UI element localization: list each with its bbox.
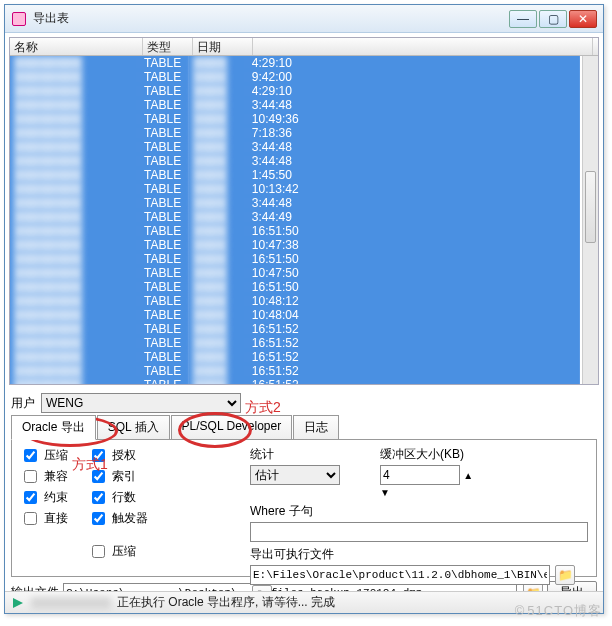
exe-label: 导出可执行文件 bbox=[250, 546, 334, 563]
chk-index[interactable]: 索引 bbox=[88, 467, 148, 486]
table-row[interactable]: ████████TABLE████3:44:48 bbox=[10, 98, 580, 112]
table-row[interactable]: ████████TABLE████1:45:50 bbox=[10, 168, 580, 182]
row-date-cell: ████ bbox=[189, 308, 248, 322]
row-time-cell: 4:29:10 bbox=[248, 56, 580, 70]
chk-constraint[interactable]: 约束 bbox=[20, 488, 68, 507]
chk-direct[interactable]: 直接 bbox=[20, 509, 68, 528]
row-time-cell: 10:47:50 bbox=[248, 266, 580, 280]
tab-log[interactable]: 日志 bbox=[293, 415, 339, 440]
maximize-button[interactable]: ▢ bbox=[539, 10, 567, 28]
row-name-cell: ████████ bbox=[10, 322, 140, 336]
col-date-header[interactable]: 日期 bbox=[193, 38, 253, 55]
table-row[interactable]: ████████TABLE████3:44:49 bbox=[10, 210, 580, 224]
row-name-cell: ████████ bbox=[10, 70, 140, 84]
row-name-cell: ████████ bbox=[10, 224, 140, 238]
row-type-cell: TABLE bbox=[140, 140, 189, 154]
table-row[interactable]: ████████TABLE████4:29:10 bbox=[10, 84, 580, 98]
row-type-cell: TABLE bbox=[140, 266, 189, 280]
user-select[interactable]: WENG bbox=[41, 393, 241, 413]
row-type-cell: TABLE bbox=[140, 322, 189, 336]
row-time-cell: 10:48:12 bbox=[248, 294, 580, 308]
watermark: 51CTO博客 bbox=[515, 602, 602, 620]
row-type-cell: TABLE bbox=[140, 210, 189, 224]
table-row[interactable]: ████████TABLE████10:13:42 bbox=[10, 182, 580, 196]
row-time-cell: 16:51:52 bbox=[248, 336, 580, 350]
table-row[interactable]: ████████TABLE████3:44:48 bbox=[10, 154, 580, 168]
tab-plsql-developer[interactable]: PL/SQL Developer bbox=[171, 415, 293, 440]
exe-input[interactable] bbox=[250, 565, 550, 585]
row-name-cell: ████████ bbox=[10, 56, 140, 70]
table-row[interactable]: ████████TABLE████7:18:36 bbox=[10, 126, 580, 140]
row-type-cell: TABLE bbox=[140, 224, 189, 238]
tab-sql-insert[interactable]: SQL 插入 bbox=[97, 415, 170, 440]
chk-compat[interactable]: 兼容 bbox=[20, 467, 68, 486]
table-row[interactable]: ████████TABLE████4:29:10 bbox=[10, 56, 580, 70]
row-type-cell: TABLE bbox=[140, 252, 189, 266]
row-time-cell: 16:51:50 bbox=[248, 280, 580, 294]
row-name-cell: ████████ bbox=[10, 84, 140, 98]
buf-input[interactable] bbox=[380, 465, 460, 485]
row-date-cell: ████ bbox=[189, 140, 248, 154]
tab-oracle-export[interactable]: Oracle 导出 bbox=[11, 415, 96, 440]
col-type-header[interactable]: 类型 bbox=[143, 38, 193, 55]
col-time-header[interactable] bbox=[253, 38, 593, 55]
table-row[interactable]: ████████TABLE████10:48:04 bbox=[10, 308, 580, 322]
where-label: Where 子句 bbox=[250, 503, 313, 520]
row-type-cell: TABLE bbox=[140, 182, 189, 196]
row-type-cell: TABLE bbox=[140, 280, 189, 294]
row-time-cell: 3:44:48 bbox=[248, 98, 580, 112]
table-row[interactable]: ████████TABLE████10:47:38 bbox=[10, 238, 580, 252]
chk-compress2[interactable]: 压缩 bbox=[88, 542, 148, 561]
table-row[interactable]: ████████TABLE████16:51:50 bbox=[10, 252, 580, 266]
objects-table[interactable]: 名称 类型 日期 ████████TABLE████4:29:10███████… bbox=[9, 37, 599, 385]
row-type-cell: TABLE bbox=[140, 238, 189, 252]
minimize-button[interactable]: — bbox=[509, 10, 537, 28]
table-row[interactable]: ████████TABLE████16:51:50 bbox=[10, 224, 580, 238]
row-time-cell: 7:18:36 bbox=[248, 126, 580, 140]
chk-trigger[interactable]: 触发器 bbox=[88, 509, 148, 528]
row-name-cell: ████████ bbox=[10, 280, 140, 294]
table-row[interactable]: ████████TABLE████16:51:52 bbox=[10, 350, 580, 364]
row-type-cell: TABLE bbox=[140, 98, 189, 112]
chk-grant[interactable]: 授权 bbox=[88, 446, 148, 465]
col-name-header[interactable]: 名称 bbox=[10, 38, 143, 55]
row-name-cell: ████████ bbox=[10, 182, 140, 196]
row-time-cell: 16:51:52 bbox=[248, 350, 580, 364]
row-date-cell: ████ bbox=[189, 70, 248, 84]
table-row[interactable]: ████████TABLE████10:47:50 bbox=[10, 266, 580, 280]
table-row[interactable]: ████████TABLE████16:51:52 bbox=[10, 336, 580, 350]
row-date-cell: ████ bbox=[189, 378, 248, 384]
row-date-cell: ████ bbox=[189, 266, 248, 280]
chk-compress[interactable]: 压缩 bbox=[20, 446, 68, 465]
row-time-cell: 16:51:52 bbox=[248, 378, 580, 384]
row-time-cell: 16:51:50 bbox=[248, 224, 580, 238]
row-date-cell: ████ bbox=[189, 364, 248, 378]
stat-select[interactable]: 估计 bbox=[250, 465, 340, 485]
table-row[interactable]: ████████TABLE████16:51:52 bbox=[10, 364, 580, 378]
row-name-cell: ████████ bbox=[10, 168, 140, 182]
row-time-cell: 4:29:10 bbox=[248, 84, 580, 98]
table-row[interactable]: ████████TABLE████16:51:52 bbox=[10, 378, 580, 384]
where-input[interactable] bbox=[250, 522, 588, 542]
row-name-cell: ████████ bbox=[10, 336, 140, 350]
row-name-cell: ████████ bbox=[10, 126, 140, 140]
row-time-cell: 16:51:52 bbox=[248, 364, 580, 378]
table-row[interactable]: ████████TABLE████16:51:50 bbox=[10, 280, 580, 294]
row-type-cell: TABLE bbox=[140, 196, 189, 210]
table-row[interactable]: ████████TABLE████3:44:48 bbox=[10, 140, 580, 154]
table-row[interactable]: ████████TABLE████10:48:12 bbox=[10, 294, 580, 308]
row-date-cell: ████ bbox=[189, 322, 248, 336]
browse-exe-button[interactable]: 📁 bbox=[555, 565, 575, 585]
table-row[interactable]: ████████TABLE████9:42:00 bbox=[10, 70, 580, 84]
table-row[interactable]: ████████TABLE████3:44:48 bbox=[10, 196, 580, 210]
row-name-cell: ████████ bbox=[10, 238, 140, 252]
row-name-cell: ████████ bbox=[10, 98, 140, 112]
close-button[interactable]: ✕ bbox=[569, 10, 597, 28]
chk-rows[interactable]: 行数 bbox=[88, 488, 148, 507]
row-type-cell: TABLE bbox=[140, 126, 189, 140]
table-row[interactable]: ████████TABLE████10:49:36 bbox=[10, 112, 580, 126]
table-row[interactable]: ████████TABLE████16:51:52 bbox=[10, 322, 580, 336]
status-arrow-icon bbox=[11, 596, 25, 610]
row-date-cell: ████ bbox=[189, 56, 248, 70]
vertical-scrollbar[interactable] bbox=[582, 56, 598, 384]
